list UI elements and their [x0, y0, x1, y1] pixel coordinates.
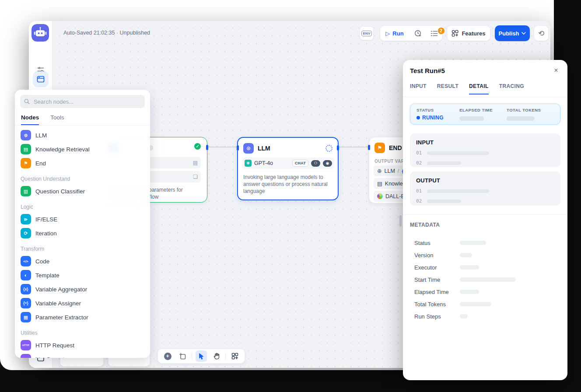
glyph: {=}: [23, 301, 28, 305]
node-picker-panel: Nodes Tools ⊛ LLM ▤ Knowledge Retrieval …: [15, 90, 150, 358]
glyph: {x}: [23, 287, 28, 291]
metadata-rows: Status Version Executor Start Time Elaps…: [414, 237, 559, 322]
tab-tracing[interactable]: TRACING: [499, 83, 524, 94]
search-box[interactable]: [20, 95, 145, 108]
output-row-1: 01: [416, 188, 554, 194]
loop-icon: ⟳: [21, 228, 31, 238]
window-icon: [37, 75, 45, 83]
hand-mode-button[interactable]: [210, 350, 222, 362]
add-node-button[interactable]: +: [162, 350, 173, 362]
close-button[interactable]: ×: [551, 65, 561, 76]
template-icon: ◐: [21, 270, 31, 280]
search-input[interactable]: [33, 98, 141, 105]
end-input-handle[interactable]: [368, 145, 370, 150]
tab-tools[interactable]: Tools: [50, 114, 64, 125]
canvas-scrollbar[interactable]: [399, 215, 402, 227]
elapsed-skeleton: [459, 116, 484, 121]
skeleton-bar: [427, 161, 461, 165]
node-item-end[interactable]: ⚑ End: [15, 156, 150, 170]
glyph: ▥: [24, 189, 28, 194]
run-label: Run: [392, 30, 403, 37]
run-button[interactable]: ▷ Run: [379, 30, 410, 37]
node-item-knowledge-retrieval[interactable]: ▤ Knowledge Retrieval: [15, 142, 150, 156]
llm-icon: ⊛: [21, 130, 31, 140]
checklist-button[interactable]: 2: [426, 30, 443, 37]
play-icon: ▷: [385, 30, 390, 37]
node-item-variable-aggregator[interactable]: {x} Variable Aggregator: [15, 282, 150, 296]
edge-llm-end: [339, 147, 369, 147]
add-note-button[interactable]: [177, 350, 188, 362]
skeleton-bar: [427, 189, 489, 193]
section-question-understand: Question Understand: [15, 170, 150, 184]
tab-input[interactable]: INPUT: [410, 83, 427, 94]
pointer-mode-button[interactable]: [196, 350, 207, 362]
meta-label: Total Tokens: [414, 301, 460, 308]
label: Code: [35, 258, 49, 265]
chevron-down-icon: [522, 32, 526, 35]
parameter-extractor-icon: ▦: [21, 312, 31, 322]
publish-button[interactable]: Publish: [495, 25, 530, 41]
list-operator-icon: ≡▿: [21, 354, 31, 358]
close-icon: ×: [554, 66, 558, 74]
node-item-if-else[interactable]: ⋔ IF/ELSE: [15, 212, 150, 226]
end-flag-icon: ⚑: [21, 158, 31, 168]
flag-icon: ⚑: [378, 145, 382, 151]
start-output-handle[interactable]: [206, 145, 208, 150]
plus-circle-icon: +: [164, 353, 172, 360]
panel-title: Test Run#5: [410, 67, 445, 74]
node-item-question-classifier[interactable]: ▥ Question Classifier: [15, 184, 150, 198]
node-item-list-operator[interactable]: ≡▿ List Operator: [15, 352, 150, 358]
node-item-variable-assigner[interactable]: {=} Variable Assigner: [15, 296, 150, 310]
features-label: Features: [462, 30, 485, 37]
tab-nodes[interactable]: Nodes: [21, 114, 39, 125]
classifier-icon: ▥: [21, 186, 31, 196]
label: Question Classifier: [35, 188, 85, 195]
end-node-icon: ⚑: [374, 143, 385, 153]
organize-button[interactable]: [229, 350, 241, 362]
env-button[interactable]: ENV: [360, 26, 374, 40]
node-item-iteration[interactable]: ⟳ Iteration: [15, 226, 150, 240]
glyph: ▤: [24, 147, 28, 152]
glyph: ⟳: [24, 231, 28, 236]
note-add-icon: [179, 353, 186, 360]
features-button[interactable]: Features: [447, 25, 490, 41]
status-column: STATUS RUNING: [416, 108, 459, 121]
section-logic: Logic: [15, 198, 150, 212]
label: Template: [35, 272, 60, 279]
vision-badge-icon: ◉: [323, 160, 332, 167]
llm-node-description: Invoking large language models to answer…: [243, 174, 333, 195]
branch-icon: ⋔: [21, 214, 31, 224]
meta-row-status: Status: [414, 237, 559, 249]
version-history-button[interactable]: ⟲: [534, 25, 549, 41]
label: Parameter Extractor: [35, 314, 88, 321]
tab-result[interactable]: RESULT: [437, 83, 458, 94]
input-card: INPUT 01 02: [410, 133, 560, 167]
http-icon: HTTP: [21, 340, 31, 350]
llm-input-handle[interactable]: [237, 145, 239, 150]
node-item-code[interactable]: </> Code: [15, 254, 150, 268]
app-logo[interactable]: [32, 24, 49, 42]
running-dot-icon: [416, 116, 420, 119]
tab-detail[interactable]: DETAIL: [469, 83, 489, 94]
checklist-icon: [430, 30, 438, 37]
screen: ⌂ ✓ ▤ ❏ Define the initial parameters fo…: [0, 0, 581, 392]
label: Variable Assigner: [35, 300, 81, 307]
run-history-button[interactable]: [410, 30, 426, 37]
node-item-template[interactable]: ◐ Template: [15, 268, 150, 282]
llm-output-handle[interactable]: [337, 145, 339, 150]
llm-var-icon: ⊕: [377, 168, 382, 174]
sidebar-item-workflow[interactable]: [33, 71, 49, 87]
skeleton-bar: [427, 151, 489, 155]
tabs-divider: [403, 97, 567, 97]
node-item-http-request[interactable]: HTTP HTTP Request: [15, 338, 150, 352]
row-number: 01: [416, 188, 422, 194]
node-item-llm[interactable]: ⊛ LLM: [15, 128, 150, 142]
label: HTTP Request: [35, 342, 74, 349]
llm-model-selector[interactable]: ❋ GPT-4o CHAT ⚇ ◉: [242, 158, 334, 169]
node-item-parameter-extractor[interactable]: ▦ Parameter Extractor: [15, 310, 150, 324]
label: IF/ELSE: [35, 216, 57, 223]
cursor-icon: [198, 353, 205, 360]
llm-node[interactable]: ⊛ LLM ❋ GPT-4o CHAT ⚇ ◉ Invoking large l…: [237, 137, 339, 200]
status-value: RUNING: [416, 115, 459, 121]
elapsed-column: ELAPSED TIME: [459, 108, 507, 121]
